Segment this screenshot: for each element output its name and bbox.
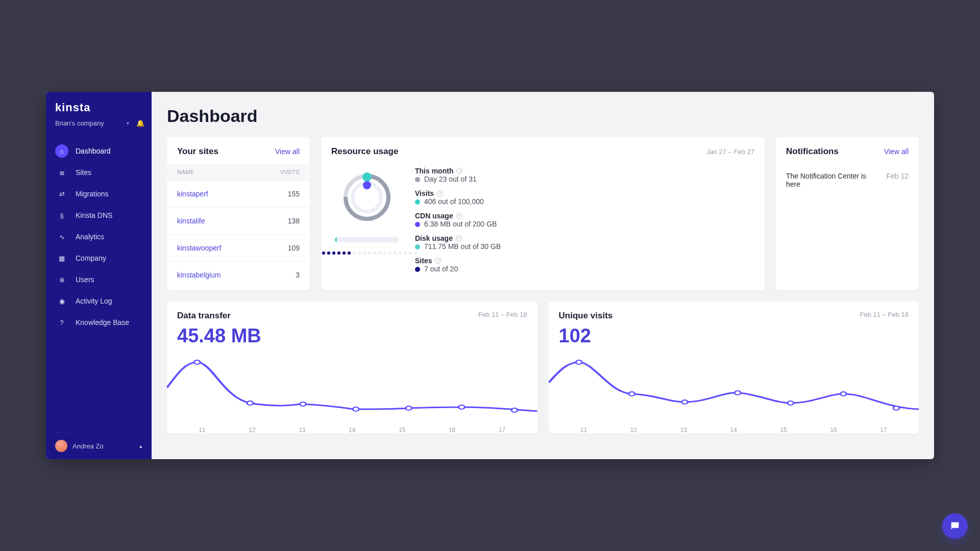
table-row[interactable]: kinstabelgium 3 (167, 261, 310, 288)
help-icon: ? (55, 316, 68, 329)
svg-point-13 (628, 392, 634, 396)
svg-point-7 (300, 402, 306, 406)
sidebar-item-label: Activity Log (76, 297, 112, 305)
svg-point-4 (363, 181, 371, 189)
sidebar-item-dns[interactable]: § Kinsta DNS (46, 205, 152, 226)
view-all-sites-link[interactable]: View all (275, 147, 300, 156)
col-visits: VISITS (280, 169, 300, 175)
info-icon[interactable]: ? (437, 190, 443, 196)
transfer-title: Data transfer (177, 311, 231, 321)
sidebar-item-label: Analytics (76, 233, 104, 241)
info-icon[interactable]: ? (456, 168, 462, 174)
company-icon: ▦ (55, 252, 68, 265)
avatar (55, 440, 67, 452)
site-visits: 155 (288, 190, 300, 198)
usage-cdn: CDN usage? 6.38 MB out of 200 GB (415, 212, 754, 228)
site-name: kinstabelgium (177, 271, 221, 279)
site-name: kinstawooperf (177, 244, 221, 252)
svg-point-16 (787, 401, 793, 405)
info-icon[interactable]: ? (456, 235, 462, 241)
site-name: kinstaperf (177, 190, 208, 198)
dns-icon: § (55, 209, 68, 222)
sidebar-item-company[interactable]: ▦ Company (46, 247, 152, 269)
svg-point-3 (362, 172, 372, 182)
notification-row[interactable]: The Notification Center is here Feb 12 (776, 164, 919, 194)
disk-usage-bar (335, 237, 399, 242)
site-visits: 138 (288, 217, 300, 225)
visits-value: 102 (549, 325, 919, 352)
svg-point-10 (459, 405, 465, 409)
sidebar-item-sites[interactable]: ≣ Sites (46, 162, 152, 183)
sidebar-item-label: Migrations (76, 190, 109, 198)
site-name: kinstalife (177, 217, 205, 225)
svg-point-11 (511, 408, 518, 412)
app-frame: kinsta Brian's company ▾ 🔔 ⌂ Dashboard ≣… (46, 92, 934, 459)
bell-icon[interactable]: 🔔 (136, 119, 144, 127)
svg-point-12 (576, 360, 582, 364)
migrate-icon: ⇄ (55, 187, 68, 201)
usage-disk: Disk usage? 711.75 MB out of 30 GB (415, 234, 754, 251)
main-content: Dashboard Your sites View all NAME VISIT… (152, 92, 934, 459)
svg-point-5 (194, 360, 200, 364)
chevron-down-icon[interactable]: ▾ (127, 120, 129, 126)
table-row[interactable]: kinstaperf 155 (167, 180, 310, 207)
usage-month: This month? Day 23 out of 31 (415, 167, 754, 183)
sidebar: kinsta Brian's company ▾ 🔔 ⌂ Dashboard ≣… (46, 92, 152, 459)
layers-icon: ≣ (55, 166, 68, 179)
col-name: NAME (177, 169, 194, 175)
visits-range: Feb 11 – Feb 18 (860, 311, 909, 321)
sidebar-item-label: Users (76, 276, 94, 284)
unique-visits-card: Unique visits Feb 11 – Feb 18 102 111213… (549, 302, 919, 434)
svg-point-18 (893, 406, 899, 410)
transfer-axis: 111213 14151617 (167, 423, 537, 434)
svg-point-6 (247, 401, 253, 405)
transfer-range: Feb 11 – Feb 18 (478, 311, 527, 321)
data-transfer-card: Data transfer Feb 11 – Feb 18 45.48 MB 1… (167, 302, 537, 434)
svg-point-8 (353, 407, 359, 411)
sidebar-user[interactable]: Andrea Zo ▴ (46, 432, 152, 459)
visits-title: Unique visits (559, 311, 613, 321)
notification-text: The Notification Center is here (786, 172, 879, 188)
chevron-up-icon: ▴ (139, 443, 142, 449)
svg-point-14 (681, 400, 688, 404)
transfer-value: 45.48 MB (167, 325, 537, 352)
visits-chart (549, 352, 919, 423)
info-icon[interactable]: ? (456, 213, 462, 219)
eye-icon: ◉ (55, 294, 68, 308)
usage-donut-chart (336, 167, 398, 228)
sidebar-item-migrations[interactable]: ⇄ Migrations (46, 183, 152, 205)
sidebar-item-users[interactable]: ⊕ Users (46, 269, 152, 290)
table-row[interactable]: kinstalife 138 (167, 207, 310, 234)
home-icon: ⌂ (55, 144, 68, 158)
analytics-icon: ∿ (55, 230, 68, 243)
sites-table-header: NAME VISITS (167, 164, 310, 180)
your-sites-card: Your sites View all NAME VISITS kinstape… (167, 137, 310, 290)
page-title: Dashboard (167, 106, 919, 126)
company-name[interactable]: Brian's company (55, 119, 104, 127)
svg-point-15 (734, 391, 741, 395)
notifications-card: Notifications View all The Notification … (776, 137, 919, 290)
site-visits: 3 (296, 271, 300, 279)
sidebar-item-label: Sites (76, 168, 91, 177)
sites-title: Your sites (177, 146, 218, 157)
info-icon[interactable]: ? (435, 258, 441, 264)
svg-point-9 (406, 406, 412, 410)
resource-usage-card: Resource usage Jan 27 – Feb 27 (321, 137, 765, 290)
sidebar-item-kb[interactable]: ? Knowledge Base (46, 312, 152, 333)
usage-range: Jan 27 – Feb 27 (706, 148, 754, 156)
sidebar-item-analytics[interactable]: ∿ Analytics (46, 226, 152, 247)
sidebar-item-label: Kinsta DNS (76, 211, 112, 219)
sidebar-item-dashboard[interactable]: ⌂ Dashboard (46, 140, 152, 162)
view-all-notifications-link[interactable]: View all (884, 147, 909, 156)
users-icon: ⊕ (55, 273, 68, 286)
user-name: Andrea Zo (72, 442, 104, 450)
brand-logo: kinsta (46, 92, 152, 117)
visits-axis: 111213 14151617 (549, 423, 919, 434)
sidebar-item-label: Dashboard (76, 147, 111, 155)
usage-title: Resource usage (331, 146, 398, 157)
sidebar-item-activity[interactable]: ◉ Activity Log (46, 290, 152, 312)
table-row[interactable]: kinstawooperf 109 (167, 234, 310, 261)
nav-list: ⌂ Dashboard ≣ Sites ⇄ Migrations § Kinst… (46, 137, 152, 432)
notifications-title: Notifications (786, 146, 839, 157)
sites-count-bar (321, 252, 417, 255)
